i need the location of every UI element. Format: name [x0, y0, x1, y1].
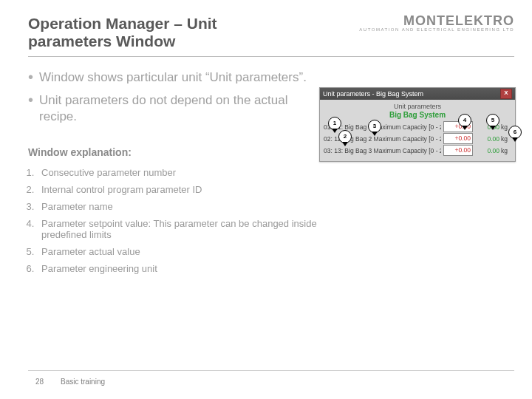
explain-heading: Window explanation: — [28, 146, 132, 158]
window-system: Big Bag System — [324, 111, 511, 119]
explain-item-5: Parameter actual value — [37, 246, 355, 257]
callout-pin-5: 5 — [486, 114, 499, 127]
bullet-1-text: Window shows particular unit “Unit param… — [39, 69, 307, 85]
unit-parameters-window: Unit parameters - Big Bag System X Unit … — [319, 87, 516, 162]
param-setpoint[interactable]: +0.00 — [443, 145, 473, 156]
param-actual: 0.00 — [476, 135, 499, 143]
bullet-dot: • — [28, 92, 33, 124]
explain-item-6: Parameter engineering unit — [37, 263, 355, 274]
explain-list: Consecutive parameter number Internal co… — [18, 161, 355, 280]
footer-rule — [28, 370, 514, 371]
explain-item-2: Internal control program parameter ID — [37, 184, 355, 195]
footer-label: Basic training — [61, 378, 105, 386]
bullet-2-text: Unit parameters do not depend on the act… — [39, 92, 309, 124]
param-name: 03: 13: Big Bag 3 Maximum Capacity [0 - … — [324, 147, 441, 154]
callout-pin-6: 6 — [508, 126, 522, 139]
callout-pin-3: 3 — [368, 120, 381, 133]
param-unit: kg — [501, 147, 511, 154]
callout-pin-4: 4 — [458, 114, 471, 127]
param-row: 03: 13: Big Bag 3 Maximum Capacity [0 - … — [324, 145, 511, 156]
bullet-2: • Unit parameters do not depend on the a… — [28, 92, 309, 124]
callout-pin-1: 1 — [328, 117, 341, 130]
callout-pin-2: 2 — [338, 130, 352, 143]
slide: Operation Manager – Unit parameters Wind… — [0, 0, 532, 399]
param-row: 02: 12: Big Bag 2 Maximum Capacity [0 - … — [324, 133, 511, 144]
body-text: • Window shows particular unit “Unit par… — [28, 66, 309, 132]
bullet-1: • Window shows particular unit “Unit par… — [28, 69, 309, 85]
close-button[interactable]: X — [500, 89, 512, 99]
header-rule — [28, 56, 514, 57]
bullet-dot: • — [28, 69, 33, 85]
window-title: Unit parameters - Big Bag System — [323, 88, 423, 100]
logo: MONTELEKTRO AUTOMATION AND ELECTRICAL EN… — [359, 13, 514, 32]
logo-brand: MONTELEKTRO — [359, 13, 514, 29]
window-body: Unit parameters Big Bag System 01: 11: B… — [320, 100, 515, 161]
page-title: Operation Manager – Unit parameters Wind… — [28, 15, 294, 50]
param-setpoint[interactable]: +0.00 — [443, 133, 473, 144]
param-row: 01: 11: Big Bag 1 Maximum Capacity [0 - … — [324, 121, 511, 132]
explain-item-1: Consecutive parameter number — [37, 167, 355, 178]
window-heading: Unit parameters — [324, 103, 511, 110]
page-number: 28 — [35, 378, 44, 386]
param-actual: 0.00 — [476, 147, 499, 154]
logo-tagline: AUTOMATION AND ELECTRICAL ENGINEERING LT… — [359, 27, 514, 32]
explain-item-4: Parameter setpoint value: This parameter… — [37, 218, 355, 240]
window-titlebar[interactable]: Unit parameters - Big Bag System X — [320, 88, 515, 100]
explain-item-3: Parameter name — [37, 201, 355, 212]
